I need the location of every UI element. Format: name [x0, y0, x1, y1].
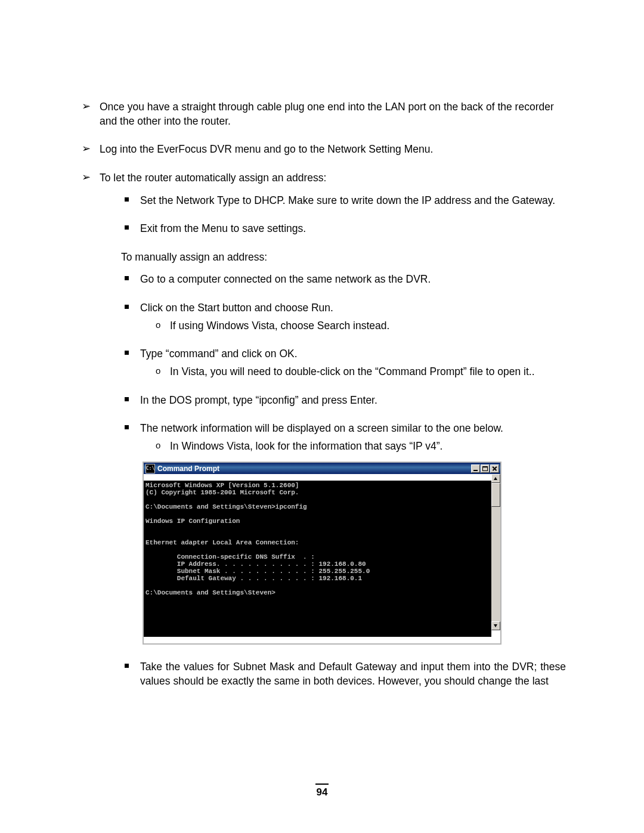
circle-bullet: In Windows Vista, look for the informati…: [156, 439, 566, 454]
close-button[interactable]: [490, 465, 499, 473]
sub-bullet: Exit from the Menu to save settings.: [121, 222, 566, 236]
text: In Windows Vista, look for the informati…: [170, 440, 442, 452]
text: To let the router automatically assign a…: [100, 172, 326, 184]
circle-list: If using Windows Vista, choose Search in…: [140, 319, 566, 333]
sub-bullet: Go to a computer connected on the same n…: [121, 272, 566, 287]
inner-heading: To manually assign an address:: [121, 250, 566, 265]
text: In the DOS prompt, type “ipconfig” and p…: [140, 394, 377, 406]
main-list: Once you have a straight through cable p…: [78, 100, 566, 689]
text: If using Windows Vista, choose Search in…: [170, 320, 389, 332]
page-number-value: 94: [317, 786, 328, 798]
scroll-track[interactable]: [491, 483, 500, 621]
circle-bullet: In Vista, you will need to double-click …: [156, 365, 566, 379]
text: The network information will be displaye…: [140, 422, 503, 434]
main-bullet-2: Log into the EverFocus DVR menu and go t…: [78, 143, 566, 157]
sub-bullet: In the DOS prompt, type “ipconfig” and p…: [121, 394, 566, 408]
text: Go to a computer connected on the same n…: [140, 273, 431, 285]
titlebar[interactable]: C:\ Command Prompt: [144, 463, 500, 474]
minimize-button[interactable]: [471, 465, 480, 473]
sub-list-1: Set the Network Type to DHCP. Make sure …: [100, 194, 566, 236]
cmd-output[interactable]: Microsoft Windows XP [Version 5.1.2600] …: [144, 481, 491, 637]
circle-list: In Windows Vista, look for the informati…: [140, 439, 566, 454]
main-bullet-3: To let the router automatically assign a…: [78, 171, 566, 689]
sub-bullet: The network information will be displaye…: [121, 422, 566, 453]
main-bullet-1: Once you have a straight through cable p…: [78, 100, 566, 128]
cmd-body-wrap: Microsoft Windows XP [Version 5.1.2600] …: [144, 474, 500, 643]
text: Type “command” and click on OK.: [140, 348, 298, 360]
circle-bullet: If using Windows Vista, choose Search in…: [156, 319, 566, 333]
text: Once you have a straight through cable p…: [100, 101, 554, 127]
sub-list-2: Go to a computer connected on the same n…: [100, 272, 566, 453]
command-prompt-window: C:\ Command Prompt Microsoft Windows XP …: [143, 462, 501, 645]
scroll-up-button[interactable]: [491, 474, 500, 483]
text: Click on the Start button and choose Run…: [140, 302, 333, 314]
window-title: Command Prompt: [157, 465, 470, 473]
text: In Vista, you will need to double-click …: [170, 366, 535, 377]
page-number: 94: [0, 784, 644, 800]
text: Take the values for Subnet Mask and Defa…: [140, 661, 566, 687]
sub-bullet: Type “command” and click on OK. In Vista…: [121, 347, 566, 379]
sub-bullet: Set the Network Type to DHCP. Make sure …: [121, 194, 566, 208]
text: Set the Network Type to DHCP. Make sure …: [140, 194, 555, 206]
sub-bullet: Click on the Start button and choose Run…: [121, 301, 566, 333]
text: Exit from the Menu to save settings.: [140, 222, 306, 234]
scroll-down-button[interactable]: [491, 621, 500, 630]
cmd-icon: C:\: [145, 464, 155, 473]
cmd-icon-text: C:\: [146, 466, 154, 471]
page-number-bar: [315, 784, 329, 785]
text: Log into the EverFocus DVR menu and go t…: [100, 143, 433, 155]
sub-list-3: Take the values for Subnet Mask and Defa…: [100, 660, 566, 688]
text: To manually assign an address:: [121, 251, 267, 263]
maximize-button[interactable]: [481, 465, 490, 473]
scrollbar[interactable]: [491, 474, 500, 630]
circle-list: In Vista, you will need to double-click …: [140, 365, 566, 379]
document-page: Once you have a straight through cable p…: [0, 0, 644, 833]
sub-bullet: Take the values for Subnet Mask and Defa…: [121, 660, 566, 688]
scroll-thumb[interactable]: [491, 483, 500, 507]
